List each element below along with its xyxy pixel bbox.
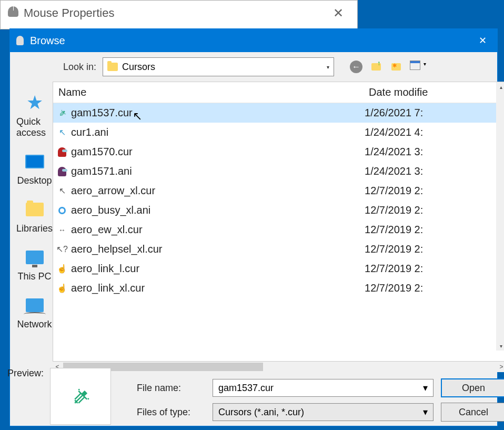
file-date: 12/7/2019 2: xyxy=(365,263,502,275)
scroll-right-button[interactable]: > xyxy=(497,363,504,371)
folder-icon xyxy=(107,63,118,71)
link-icon: ☝ xyxy=(56,263,68,275)
network-icon xyxy=(26,298,44,312)
horizontal-scrollbar[interactable]: < > xyxy=(53,362,504,372)
lookin-combobox[interactable]: Cursors ▾ xyxy=(103,57,334,76)
column-header-date[interactable]: Date modifie xyxy=(364,82,504,103)
file-date: 12/7/2019 2: xyxy=(365,185,502,197)
link-icon: ☝ xyxy=(56,283,68,294)
file-date: 1/24/2021 4: xyxy=(365,126,502,138)
preview-box: 🗡 xyxy=(50,368,111,425)
file-row[interactable]: gam1570.cur1/24/2021 3: xyxy=(53,142,504,162)
dialog-title: Browse xyxy=(30,35,65,47)
place-quick-access[interactable]: ★ Quick access xyxy=(16,92,53,138)
file-date: 1/24/2021 3: xyxy=(365,146,502,158)
up-one-level-button[interactable] xyxy=(370,61,382,73)
cursor-icon: ↖ xyxy=(56,185,68,197)
filetype-combobox[interactable]: Cursors (*.ani, *.cur) ▾ xyxy=(213,403,434,421)
file-row[interactable]: 🗡gam1537.cur1/26/2021 7: xyxy=(53,103,504,123)
desktop-icon xyxy=(25,155,44,168)
file-row[interactable]: ☝aero_link_xl.cur12/7/2019 2: xyxy=(53,278,504,298)
file-date: 12/7/2019 2: xyxy=(365,224,502,236)
file-name: aero_ew_xl.cur xyxy=(71,224,365,236)
parent-window-title: Mouse Properties xyxy=(24,6,114,19)
file-name: gam1570.cur xyxy=(71,146,365,158)
dialog-titlebar[interactable]: Browse ✕ xyxy=(10,29,497,52)
view-menu-button[interactable] xyxy=(410,61,420,70)
sword-icon: 🗡 xyxy=(56,107,68,119)
file-name: aero_arrow_xl.cur xyxy=(71,185,365,197)
file-row[interactable]: ↖?aero_helpsel_xl.cur12/7/2019 2: xyxy=(53,239,504,259)
parent-window: Mouse Properties ✕ xyxy=(0,0,358,29)
scroll-up-button[interactable]: ▴ xyxy=(496,82,504,92)
file-name: gam1571.ani xyxy=(71,165,365,177)
busy-icon xyxy=(56,205,68,216)
arrow-icon: ↖ xyxy=(56,127,68,138)
place-libraries[interactable]: Libraries xyxy=(16,199,53,234)
file-name: aero_helpsel_xl.cur xyxy=(71,243,365,255)
sword-icon: 🗡 xyxy=(65,381,96,412)
file-name: gam1537.cur xyxy=(71,107,365,119)
place-network[interactable]: Network xyxy=(17,295,52,330)
file-row[interactable]: aero_busy_xl.ani12/7/2019 2: xyxy=(53,201,504,220)
file-row[interactable]: ↖cur1.ani1/24/2021 4: xyxy=(53,123,504,142)
libraries-icon xyxy=(26,203,44,216)
ew-icon: ↔ xyxy=(56,224,68,236)
mouse-icon xyxy=(8,6,18,17)
file-row[interactable]: gam1571.ani1/24/2021 3: xyxy=(53,162,504,181)
close-button[interactable]: ✕ xyxy=(475,33,491,48)
file-date: 12/7/2019 2: xyxy=(365,204,502,216)
among-p-icon xyxy=(56,166,68,177)
filetype-value: Cursors (*.ani, *.cur) xyxy=(218,407,304,418)
lookin-label: Look in: xyxy=(16,62,96,73)
parent-close-button[interactable]: ✕ xyxy=(327,6,350,21)
open-button[interactable]: Open xyxy=(441,378,504,397)
preview-label: Preview: xyxy=(7,368,44,379)
among-r-icon xyxy=(56,146,68,158)
chevron-down-icon: ▾ xyxy=(423,406,428,418)
back-button[interactable]: ← xyxy=(350,61,362,73)
file-date: 12/7/2019 2: xyxy=(365,282,502,294)
column-header-name[interactable]: Name xyxy=(53,82,364,103)
filename-combobox[interactable]: gam1537.cur ▾ xyxy=(213,379,434,397)
file-date: 1/24/2021 3: xyxy=(365,165,502,177)
chevron-down-icon: ▾ xyxy=(327,64,329,70)
file-name: aero_link_l.cur xyxy=(71,263,365,275)
file-date: 12/7/2019 2: xyxy=(365,243,502,255)
scroll-down-button[interactable]: ▾ xyxy=(496,341,504,351)
mouse-icon xyxy=(16,36,24,45)
filetype-label: Files of type: xyxy=(137,407,205,418)
file-name: cur1.ani xyxy=(71,126,365,138)
file-name: aero_link_xl.cur xyxy=(71,282,365,294)
pc-icon xyxy=(26,251,44,264)
vertical-scrollbar[interactable]: ▴ ▾ xyxy=(496,82,504,351)
new-folder-button[interactable] xyxy=(390,61,402,73)
file-row[interactable]: ☝aero_link_l.cur12/7/2019 2: xyxy=(53,259,504,278)
file-name: aero_busy_xl.ani xyxy=(71,204,365,216)
filename-label: File name: xyxy=(137,383,205,394)
filename-value: gam1537.cur xyxy=(218,383,274,394)
preview-area: Preview: 🗡 xyxy=(4,365,114,428)
lookin-value: Cursors xyxy=(122,62,327,73)
file-date: 1/26/2021 7: xyxy=(365,107,502,119)
help-icon: ↖? xyxy=(56,244,68,255)
file-row[interactable]: ↖aero_arrow_xl.cur12/7/2019 2: xyxy=(53,181,504,201)
file-row[interactable]: ↔aero_ew_xl.cur12/7/2019 2: xyxy=(53,220,504,239)
place-this-pc[interactable]: This PC xyxy=(18,247,52,282)
place-desktop[interactable]: Desktop xyxy=(17,151,52,186)
cancel-button[interactable]: Cancel xyxy=(441,403,504,422)
file-listview[interactable]: Name Date modifie 🗡gam1537.cur1/26/2021 … xyxy=(53,82,504,362)
star-icon: ★ xyxy=(26,92,43,114)
chevron-down-icon: ▾ xyxy=(423,382,428,394)
